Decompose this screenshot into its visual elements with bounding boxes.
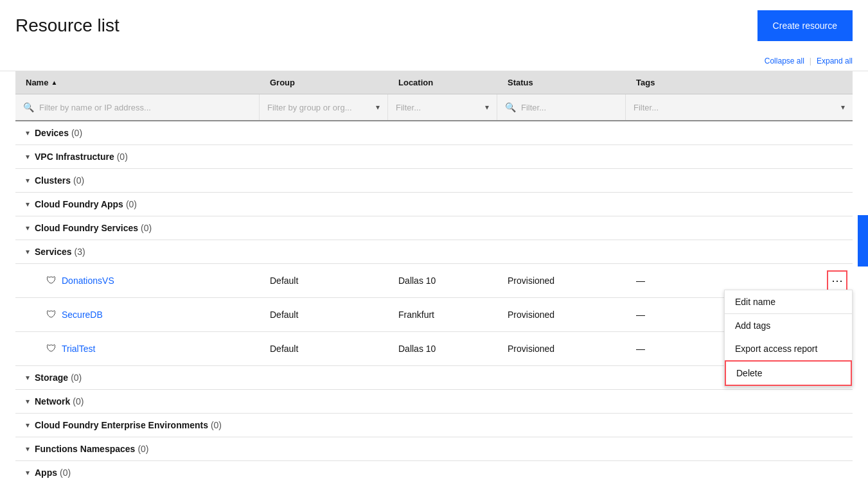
resource-icon-secure-db: 🛡 [46, 309, 57, 320]
group-cloud-foundry-enterprise[interactable]: ▾ Cloud Foundry Enterprise Environments … [15, 414, 853, 437]
filter-location-cell: Filter... ▾ [388, 94, 497, 120]
group-name-devices: Devices [35, 128, 69, 138]
th-tags: Tags [626, 71, 853, 94]
filter-name-input[interactable] [39, 103, 251, 112]
filter-status-input[interactable] [521, 103, 617, 112]
link-donations-vs[interactable]: DonationsVS [62, 275, 114, 286]
th-location: Location [388, 71, 497, 94]
filter-group-select[interactable]: Filter by group or org... ▾ [260, 94, 387, 120]
th-status: Status [497, 71, 626, 94]
group-name-cf-enterprise: Cloud Foundry Enterprise Environments [35, 420, 208, 430]
group-name-network: Network [35, 396, 70, 407]
group-count-functions: (0) [137, 444, 148, 454]
chevron-down-icon: ▾ [376, 103, 380, 112]
filter-tags-select[interactable]: Filter... ▾ [626, 94, 853, 120]
chevron-icon-cf-services: ▾ [26, 223, 30, 232]
tags-dash-secure-db: — [636, 310, 645, 320]
cell-name-donations-vs: 🛡 DonationsVS [15, 268, 260, 293]
group-name-vpc: VPC Infrastructure [35, 152, 114, 162]
right-panel-accent [858, 215, 868, 267]
group-count-network: (0) [73, 396, 84, 407]
page-header: Resource list Create resource [0, 0, 868, 51]
filter-location-select[interactable]: Filter... ▾ [388, 94, 497, 120]
group-count-devices: (0) [71, 128, 82, 138]
filter-status-cell: 🔍 [497, 94, 626, 120]
cell-location-donations-vs: Dallas 10 [388, 269, 497, 292]
collapse-all-link[interactable]: Collapse all [765, 57, 804, 66]
group-clusters[interactable]: ▾ Clusters (0) [15, 169, 853, 193]
chevron-down-icon-tags: ▾ [841, 103, 845, 112]
group-count-cf-services: (0) [141, 223, 152, 233]
tags-dash-donations-vs: — [636, 275, 645, 286]
group-cloud-foundry-apps[interactable]: ▾ Cloud Foundry Apps (0) [15, 193, 853, 216]
search-icon: 🔍 [23, 102, 34, 112]
group-devices[interactable]: ▾ Devices (0) [15, 121, 853, 145]
filter-tags-placeholder: Filter... [633, 103, 659, 112]
overflow-menu-donations-vs: Edit name Add tags Export access report … [724, 290, 853, 387]
search-icon-status: 🔍 [505, 102, 516, 112]
resource-table: Name ▲ Group Location Status Tags 🔍 Filt… [0, 71, 868, 481]
filter-row: 🔍 Filter by group or org... ▾ Filter... … [15, 94, 853, 121]
table-header: Name ▲ Group Location Status Tags [15, 71, 853, 94]
overflow-add-tags[interactable]: Add tags [725, 314, 852, 337]
cell-location-trial-test: Dallas 10 [388, 337, 497, 360]
filter-tags-cell: Filter... ▾ [626, 94, 853, 120]
group-name-storage: Storage [35, 372, 68, 383]
group-count-cf-enterprise: (0) [211, 420, 222, 430]
chevron-icon-clusters: ▾ [26, 176, 30, 185]
group-cloud-foundry-services[interactable]: ▾ Cloud Foundry Services (0) [15, 216, 853, 240]
th-name: Name ▲ [15, 71, 260, 94]
chevron-icon-apps: ▾ [26, 468, 30, 477]
sort-icon-name: ▲ [51, 79, 57, 86]
chevron-icon-services: ▾ [26, 247, 30, 256]
cell-tags-donations-vs: — ⋯ Edit name Add tags Export access rep… [626, 264, 853, 297]
cell-location-secure-db: Frankfurt [388, 303, 497, 326]
group-name-functions: Functions Namespaces [35, 444, 135, 454]
cell-name-secure-db: 🛡 SecureDB [15, 302, 260, 327]
chevron-icon-cf-enterprise: ▾ [26, 421, 30, 430]
chevron-down-icon-location: ▾ [485, 103, 489, 112]
cell-status-trial-test: Provisioned [497, 337, 626, 360]
link-secure-db[interactable]: SecureDB [62, 310, 103, 320]
filter-name-cell: 🔍 [15, 94, 260, 120]
group-count-services: (3) [75, 247, 85, 257]
resource-icon-donations-vs: 🛡 [46, 275, 57, 286]
chevron-icon-storage: ▾ [26, 373, 30, 382]
filter-group-cell: Filter by group or org... ▾ [260, 94, 388, 120]
th-group: Group [260, 71, 388, 94]
group-count-vpc: (0) [117, 152, 128, 162]
expand-all-link[interactable]: Expand all [817, 57, 853, 66]
chevron-icon-cf-apps: ▾ [26, 200, 30, 209]
cell-status-donations-vs: Provisioned [497, 269, 626, 292]
group-network[interactable]: ▾ Network (0) [15, 390, 853, 414]
filter-location-placeholder: Filter... [396, 103, 421, 112]
group-apps[interactable]: ▾ Apps (0) [15, 461, 853, 481]
filter-group-placeholder: Filter by group or org... [267, 103, 352, 112]
overflow-delete[interactable]: Delete [725, 360, 852, 386]
cell-group-trial-test: Default [260, 337, 388, 360]
group-count-clusters: (0) [73, 175, 84, 186]
overflow-menu-button-donations-vs[interactable]: ⋯ [827, 270, 847, 291]
group-count-storage: (0) [71, 372, 82, 383]
table-row-donations-vs: 🛡 DonationsVS Default Dallas 10 Provisio… [15, 264, 853, 298]
group-services[interactable]: ▾ Services (3) [15, 240, 853, 264]
create-resource-button[interactable]: Create resource [757, 10, 853, 41]
group-name-clusters: Clusters [35, 175, 71, 186]
link-trial-test[interactable]: TrialTest [62, 344, 95, 354]
chevron-icon-vpc: ▾ [26, 152, 30, 161]
group-functions-namespaces[interactable]: ▾ Functions Namespaces (0) [15, 437, 853, 461]
toolbar-separator: | [810, 57, 811, 66]
chevron-icon-network: ▾ [26, 397, 30, 406]
toolbar: Collapse all | Expand all [0, 51, 868, 71]
group-name-services: Services [35, 247, 72, 257]
cell-group-donations-vs: Default [260, 269, 388, 292]
group-name-cf-apps: Cloud Foundry Apps [35, 199, 123, 209]
resource-icon-trial-test: 🛡 [46, 343, 57, 354]
overflow-edit-name[interactable]: Edit name [725, 290, 852, 314]
group-count-apps: (0) [60, 468, 71, 478]
group-vpc-infrastructure[interactable]: ▾ VPC Infrastructure (0) [15, 145, 853, 169]
chevron-icon-functions: ▾ [26, 444, 30, 453]
group-name-cf-services: Cloud Foundry Services [35, 223, 138, 233]
page-title: Resource list [15, 15, 120, 36]
overflow-export-access-report[interactable]: Export access report [725, 337, 852, 360]
